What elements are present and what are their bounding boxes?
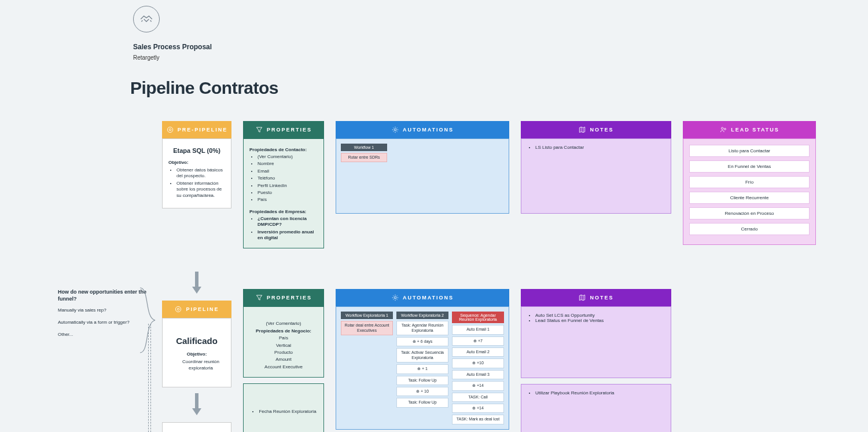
- proposal-subtitle: Retargetly: [133, 54, 810, 61]
- target-icon: [174, 305, 182, 313]
- automations-box: Workflow Exploratoria 1Rotar deal entre …: [336, 306, 509, 430]
- section-label: Propiedades de Contacto:: [249, 147, 318, 152]
- workflow-cell: ⊕ +14: [452, 404, 504, 413]
- proposal-title: Sales Process Proposal: [133, 43, 810, 51]
- column-label: PROPERTIES: [267, 295, 312, 301]
- list-item: Teléfono: [258, 175, 318, 181]
- workflow-cell: ⊕ +14: [452, 381, 504, 390]
- properties-box: Fecha Reunión Exploratoria: [243, 383, 324, 432]
- list-item: Perfil LinkedIn: [258, 183, 318, 189]
- workflow-cell: Task: Activar Secuencia Exploratoria: [396, 348, 448, 363]
- column-header-automations: AUTOMATIONS: [336, 289, 509, 306]
- lead-status-pill: Frío: [689, 176, 810, 188]
- column-header-lead-status: LEAD STATUS: [683, 121, 816, 138]
- section-label: Propiedades de Empresa:: [249, 209, 318, 214]
- column-header-notes: NOTES: [521, 121, 671, 138]
- properties-box: Propiedades de Contacto: (Ver Comentario…: [243, 138, 324, 248]
- list-item: Vertical: [249, 343, 318, 349]
- side-questions: How do new opportunities enter the funne…: [58, 266, 150, 343]
- svg-point-7: [394, 297, 396, 299]
- column-label: NOTES: [590, 295, 613, 301]
- workflow-cell: Auto Email 3: [452, 370, 504, 379]
- page-title: Pipeline Contratos: [130, 78, 810, 98]
- list-item: Auto Set LCS as Opportunity: [535, 313, 665, 318]
- lead-status-pill: Cerrado: [689, 223, 810, 235]
- column-header-properties: PROPERTIES: [243, 121, 324, 138]
- workflow-cell: ⊕ + 10: [396, 387, 448, 396]
- handshake-logo: [133, 6, 160, 32]
- workflow-cell: Rotar deal entre Account Executives: [341, 321, 393, 335]
- column-label: AUTOMATIONS: [403, 295, 454, 301]
- column-header-automations: AUTOMATIONS: [336, 121, 509, 138]
- column-header-pre-pipeline: PRE-PIPELINE: [162, 121, 231, 138]
- svg-point-3: [722, 127, 724, 130]
- filter-icon: [255, 294, 263, 302]
- list-item: Obtener información sobre los procesos d…: [176, 181, 225, 199]
- stage-title: Calificado: [168, 336, 225, 346]
- lead-status-pill: Renovación en Proceso: [689, 207, 810, 219]
- svg-point-2: [394, 129, 396, 131]
- side-answer: Automatically via a form or trigger?: [58, 320, 150, 325]
- users-icon: [719, 126, 727, 134]
- list-item: Fecha Reunión Exploratoria: [259, 409, 316, 415]
- notes-box: Auto Set LCS as Opportunity Lead Status …: [521, 306, 671, 378]
- workflow-cell: ⊕ + 6 days: [396, 337, 448, 346]
- lead-status-pill: Cliente Recurrente: [689, 192, 810, 204]
- objective-label: Objetivo:: [168, 352, 225, 357]
- workflow-header: Workflow 1: [341, 144, 387, 151]
- workflow-cell: Rotar entre SDRs: [341, 153, 387, 162]
- list-item: LS Listo para Contactar: [535, 145, 665, 150]
- arrow-down-icon: [192, 393, 201, 416]
- workflow-header: Sequence: Agendar Reunión Exploratoria: [452, 312, 504, 323]
- workflow-cell: Auto Email 2: [452, 347, 504, 357]
- workflow-cell: Task: Follow Up: [396, 398, 448, 407]
- workflow-cell: Task: Agendar Reunión Exploratoria: [396, 321, 448, 335]
- arrow-down-icon: [192, 272, 201, 295]
- list-item: Puesto: [258, 190, 318, 196]
- column-label: AUTOMATIONS: [403, 127, 454, 133]
- stage-box-reunion: Reunión Exploratoria Agendada Objetivo: …: [162, 422, 231, 432]
- stage-box-calificado: Calificado Objetivo: Coordinar reunión e…: [162, 318, 231, 387]
- stage-bullets: Obtener datos básicos del prospecto. Obt…: [168, 167, 225, 199]
- svg-point-0: [167, 127, 172, 132]
- list-item: Lead Status en Funnel de Ventas: [535, 318, 665, 323]
- list-item: Producto: [249, 350, 318, 356]
- side-answer: Manually via sales rep?: [58, 307, 150, 313]
- svg-point-5: [176, 307, 181, 312]
- list-item: Amount: [249, 357, 318, 363]
- stage-box-sql: Etapa SQL (0%) Objetivo: Obtener datos b…: [162, 138, 231, 208]
- list-item: País: [258, 197, 318, 203]
- objective-label: Objetivo:: [168, 160, 225, 165]
- side-question: How do new opportunities enter the funne…: [58, 289, 150, 302]
- notes-box: Utilizar Playbook Reunión Exploratoria: [521, 384, 671, 432]
- dashed-connector: [150, 324, 151, 432]
- properties-box: (Ver Comentario) Propiedades de Negocio:…: [243, 306, 324, 378]
- svg-point-6: [178, 309, 180, 311]
- workflow-cell: ⊕ + 1: [396, 364, 448, 374]
- list-item: Coordinar reunión exploratoria: [176, 359, 225, 371]
- workflow-cell: Auto Email 1: [452, 325, 504, 334]
- column-header-properties: PROPERTIES: [243, 289, 324, 306]
- column-label: NOTES: [590, 127, 613, 133]
- list-item: País: [249, 335, 318, 341]
- workflow-cell: Task: Follow Up: [396, 376, 448, 385]
- lead-status-pill: En Funnel de Ventas: [689, 160, 810, 173]
- workflow-cell: TASK: Mark as deal lost: [452, 415, 504, 424]
- workflow-header: Workflow Exploratoria 2: [396, 312, 448, 319]
- document-header: Sales Process Proposal Retargetly: [133, 6, 810, 61]
- column-label: PIPELINE: [186, 306, 219, 312]
- workflow-cell: TASK: Call: [452, 393, 504, 402]
- workflow-header: Workflow Exploratoria 1: [341, 312, 393, 319]
- list-item: (Ver Comentario): [258, 154, 318, 160]
- list-item: Nombre: [258, 161, 318, 167]
- svg-point-1: [169, 129, 171, 131]
- list-item: Email: [258, 169, 318, 174]
- gear-icon: [391, 126, 399, 134]
- workflow-cell: ⊕ +10: [452, 358, 504, 368]
- list-item: Account Executive: [249, 364, 318, 370]
- lead-status-box: Listo para Contactar En Funnel de Ventas…: [683, 138, 816, 245]
- column-header-pipeline: PIPELINE: [162, 301, 231, 318]
- map-icon: [578, 126, 586, 134]
- workflow-cell: ⊕ +7: [452, 336, 504, 346]
- list-item: Inversión promedio anual en digital: [258, 229, 318, 241]
